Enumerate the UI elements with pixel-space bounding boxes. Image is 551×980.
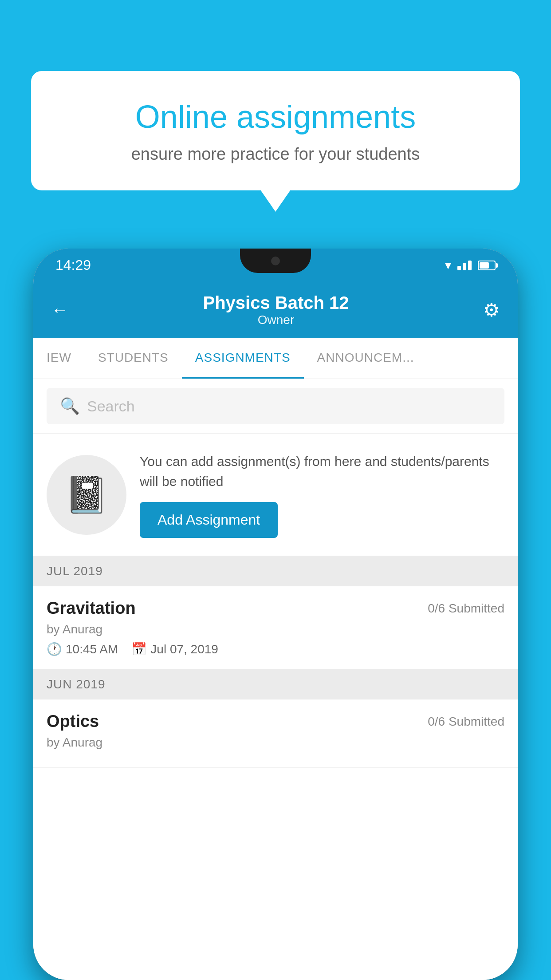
assignment-item-optics[interactable]: Optics 0/6 Submitted by Anurag bbox=[33, 699, 518, 768]
section-jun-2019: JUN 2019 bbox=[33, 669, 518, 699]
assignment-item-gravitation[interactable]: Gravitation 0/6 Submitted by Anurag 🕐 10… bbox=[33, 586, 518, 669]
search-container: 🔍 Search bbox=[33, 379, 518, 434]
status-icons: ▾ bbox=[445, 258, 496, 273]
tab-announcements[interactable]: ANNOUNCEM... bbox=[304, 338, 428, 379]
phone-container: 14:29 ▾ ← bbox=[33, 249, 518, 980]
assignment-time-gravitation: 🕐 10:45 AM bbox=[47, 642, 118, 656]
assignment-author-optics: by Anurag bbox=[47, 735, 504, 750]
battery-icon bbox=[478, 261, 496, 270]
speech-bubble: Online assignments ensure more practice … bbox=[31, 71, 520, 190]
bubble-title: Online assignments bbox=[67, 98, 484, 136]
add-assignment-desc: You can add assignment(s) from here and … bbox=[140, 451, 504, 491]
search-icon: 🔍 bbox=[60, 397, 80, 415]
assignment-title-gravitation: Gravitation bbox=[47, 599, 136, 618]
phone-outer: 14:29 ▾ ← bbox=[33, 249, 518, 980]
assignment-author-gravitation: by Anurag bbox=[47, 622, 504, 636]
signal-bar-2 bbox=[463, 263, 466, 270]
phone-screen: 14:29 ▾ ← bbox=[33, 249, 518, 980]
notch bbox=[240, 249, 311, 273]
camera-dot bbox=[271, 257, 280, 265]
assignment-date-value-gravitation: Jul 07, 2019 bbox=[150, 642, 218, 656]
assignment-top-row-optics: Optics 0/6 Submitted bbox=[47, 712, 504, 731]
back-button[interactable]: ← bbox=[51, 300, 69, 320]
submitted-badge-optics: 0/6 Submitted bbox=[428, 715, 504, 729]
signal-bars bbox=[457, 261, 472, 270]
tab-assignments[interactable]: ASSIGNMENTS bbox=[182, 338, 304, 379]
header-title: Physics Batch 12 bbox=[69, 293, 483, 313]
clock-icon: 🕐 bbox=[47, 642, 62, 656]
search-placeholder: Search bbox=[87, 398, 135, 415]
section-jul-2019: JUL 2019 bbox=[33, 556, 518, 586]
add-assignment-button[interactable]: Add Assignment bbox=[140, 502, 278, 538]
tab-iew[interactable]: IEW bbox=[33, 338, 85, 379]
assignment-meta-gravitation: 🕐 10:45 AM 📅 Jul 07, 2019 bbox=[47, 642, 504, 656]
signal-bar-3 bbox=[468, 261, 472, 270]
assignment-top-row-gravitation: Gravitation 0/6 Submitted bbox=[47, 599, 504, 618]
tab-students[interactable]: STUDENTS bbox=[85, 338, 182, 379]
bubble-subtitle: ensure more practice for your students bbox=[67, 145, 484, 164]
assignment-title-optics: Optics bbox=[47, 712, 99, 731]
tabs-container: IEW STUDENTS ASSIGNMENTS ANNOUNCEM... bbox=[33, 338, 518, 379]
notebook-icon: 📓 bbox=[64, 474, 109, 516]
header-subtitle: Owner bbox=[69, 313, 483, 327]
add-assignment-right: You can add assignment(s) from here and … bbox=[140, 451, 504, 538]
notebook-circle: 📓 bbox=[47, 455, 126, 535]
assignment-time-value-gravitation: 10:45 AM bbox=[66, 642, 118, 656]
screen-content: 🔍 Search 📓 You can add assignment(s) fro… bbox=[33, 379, 518, 980]
battery-fill bbox=[480, 262, 489, 269]
app-header: ← Physics Batch 12 Owner ⚙ bbox=[33, 282, 518, 338]
assignment-date-gravitation: 📅 Jul 07, 2019 bbox=[131, 642, 218, 656]
settings-icon[interactable]: ⚙ bbox=[483, 299, 500, 321]
add-assignment-section: 📓 You can add assignment(s) from here an… bbox=[33, 434, 518, 556]
signal-bar-1 bbox=[457, 266, 461, 270]
wifi-icon: ▾ bbox=[445, 258, 451, 273]
header-title-section: Physics Batch 12 Owner bbox=[69, 293, 483, 327]
status-time: 14:29 bbox=[55, 257, 91, 273]
submitted-badge-gravitation: 0/6 Submitted bbox=[428, 601, 504, 616]
calendar-icon: 📅 bbox=[131, 642, 147, 656]
status-bar: 14:29 ▾ bbox=[33, 249, 518, 282]
search-bar[interactable]: 🔍 Search bbox=[47, 388, 504, 424]
speech-bubble-container: Online assignments ensure more practice … bbox=[31, 71, 520, 190]
